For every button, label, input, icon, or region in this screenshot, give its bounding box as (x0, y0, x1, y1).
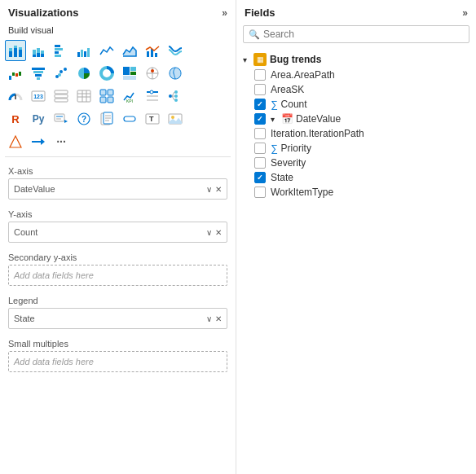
stacked-column-icon[interactable] (28, 40, 49, 61)
list-item[interactable]: ∑ Priority (236, 141, 476, 156)
x-axis-remove-icon[interactable]: ✕ (215, 185, 222, 194)
table-icon[interactable] (73, 86, 95, 107)
svg-rect-15 (55, 55, 61, 57)
legend-chevron-icon[interactable]: ∨ (206, 314, 212, 323)
svg-rect-25 (15, 73, 18, 77)
y-axis-remove-icon[interactable]: ✕ (215, 228, 222, 237)
multi-row-card-icon[interactable] (51, 86, 72, 107)
sigma-icon: ∑ (271, 99, 278, 110)
search-box[interactable]: 🔍 (243, 25, 469, 43)
svg-rect-51 (77, 90, 90, 102)
fields-title: Fields (245, 7, 275, 19)
priority-checkbox[interactable] (254, 143, 266, 154)
bug-trends-header[interactable]: ▾ ▦ Bug trends (236, 51, 476, 68)
priority-label: Priority (281, 143, 311, 154)
line-chart-icon[interactable] (96, 40, 117, 61)
slicer-icon[interactable] (142, 86, 163, 107)
svg-text:T: T (149, 115, 154, 123)
filled-map-icon[interactable] (165, 63, 186, 84)
python-visual-icon[interactable]: Py (28, 108, 49, 129)
list-item[interactable]: WorkItemType (236, 185, 476, 200)
pie-chart-icon[interactable] (73, 63, 95, 84)
state-checkbox[interactable] (254, 172, 266, 183)
count-checkbox[interactable] (254, 99, 266, 110)
y-axis-chevron-icon[interactable]: ∨ (206, 228, 212, 237)
list-item[interactable]: State (236, 170, 476, 185)
area-areapath-checkbox[interactable] (254, 69, 266, 81)
list-item[interactable]: ▾ 📅 DateValue (236, 112, 476, 126)
areask-checkbox[interactable] (254, 84, 266, 95)
svg-rect-22 (155, 53, 157, 57)
small-multiples-placeholder: Add data fields here (14, 357, 222, 366)
kpi-icon[interactable]: KPI (119, 86, 140, 107)
datevalue-checkbox[interactable] (254, 113, 266, 125)
y-axis-label: Y-axis (8, 209, 227, 219)
list-item[interactable]: Iteration.IterationPath (236, 126, 476, 141)
vis-icon-row-0 (5, 40, 231, 61)
x-axis-chevron-icon[interactable]: ∨ (206, 185, 212, 194)
small-multiples-zone: Small multiples Add data fields here (0, 336, 236, 379)
search-icon: 🔍 (249, 29, 260, 40)
map-icon[interactable] (142, 63, 163, 84)
visualizations-title: Visualizations (8, 7, 78, 19)
list-item[interactable]: AreaSK (236, 82, 476, 97)
donut-icon[interactable] (96, 63, 117, 84)
smart-narrative-icon[interactable] (51, 108, 72, 129)
card-icon[interactable]: 123 (28, 86, 49, 107)
matrix-icon[interactable] (96, 86, 117, 107)
search-input[interactable] (263, 29, 464, 40)
workitemtype-checkbox[interactable] (254, 187, 266, 198)
fields-header: Fields » (236, 0, 476, 22)
clustered-column-icon[interactable] (73, 40, 95, 61)
fields-expand-icon[interactable]: » (462, 7, 468, 19)
svg-rect-23 (9, 76, 11, 80)
visualizations-expand-icon[interactable]: » (222, 7, 227, 19)
svg-rect-7 (33, 50, 36, 55)
secondary-y-axis-input[interactable]: Add data fields here (8, 265, 227, 286)
svg-rect-18 (84, 51, 86, 57)
area-chart-icon[interactable] (119, 40, 140, 61)
svg-rect-10 (41, 54, 44, 57)
paginated-icon[interactable] (96, 108, 117, 129)
bug-trends-group: ▾ ▦ Bug trends Area.AreaPath AreaSK ∑ Co… (236, 50, 476, 201)
r-visual-icon[interactable]: R (5, 108, 26, 129)
button-icon[interactable] (119, 108, 140, 129)
svg-rect-6 (33, 55, 36, 57)
ribbon-chart-icon[interactable] (165, 40, 186, 61)
svg-point-68 (174, 99, 178, 102)
svg-rect-19 (87, 48, 90, 57)
iteration-label: Iteration.IterationPath (271, 128, 364, 139)
svg-rect-83 (124, 116, 135, 121)
svg-marker-89 (32, 138, 45, 145)
treemap-icon[interactable] (119, 63, 140, 84)
x-axis-controls: ∨ ✕ (206, 185, 222, 194)
svg-rect-16 (77, 52, 80, 57)
funnel-icon[interactable] (28, 63, 49, 84)
svg-text:KPI: KPI (126, 99, 133, 103)
arrow-icon[interactable] (28, 131, 49, 152)
legend-input[interactable]: State ∨ ✕ (8, 308, 227, 329)
list-item[interactable]: ∑ Count (236, 97, 476, 112)
shape-icon[interactable] (5, 131, 26, 152)
small-multiples-input[interactable]: Add data fields here (8, 351, 227, 372)
severity-checkbox[interactable] (254, 157, 266, 169)
legend-remove-icon[interactable]: ✕ (215, 314, 222, 323)
decomp-tree-icon[interactable] (165, 86, 186, 107)
qa-icon[interactable]: ? (73, 108, 95, 129)
clustered-bar-icon[interactable] (51, 40, 72, 61)
x-axis-input[interactable]: DateValue ∨ ✕ (8, 178, 227, 200)
y-axis-input[interactable]: Count ∨ ✕ (8, 222, 227, 243)
list-item[interactable]: Area.AreaPath (236, 68, 476, 82)
text-box-icon[interactable]: T (142, 108, 163, 129)
more-icon[interactable]: ··· (51, 131, 72, 152)
svg-rect-8 (37, 53, 40, 57)
waterfall-icon[interactable] (5, 63, 26, 84)
svg-point-87 (171, 116, 174, 119)
iteration-checkbox[interactable] (254, 128, 266, 139)
list-item[interactable]: Severity (236, 156, 476, 170)
stacked-bar-icon[interactable] (5, 40, 26, 61)
scatter-chart-icon[interactable] (51, 63, 72, 84)
line-stacked-icon[interactable] (142, 40, 163, 61)
gauge-icon[interactable] (5, 86, 26, 107)
image-icon[interactable] (165, 108, 186, 129)
